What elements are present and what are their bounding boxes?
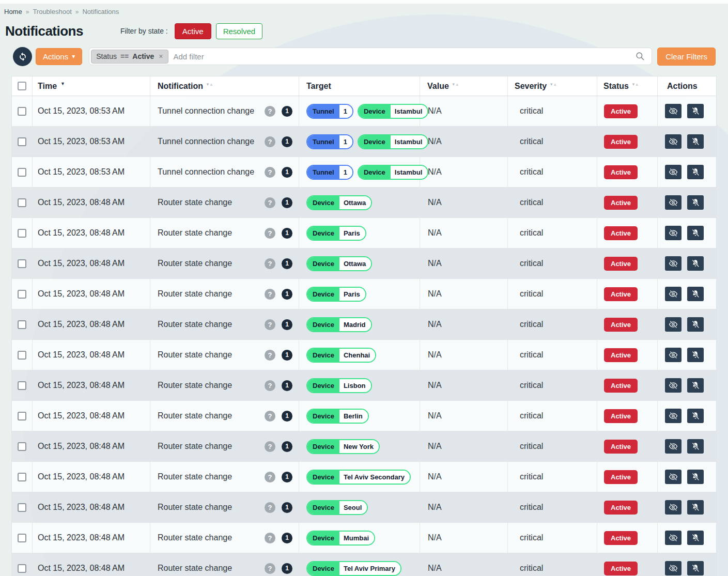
question-icon[interactable]: ? <box>265 289 275 300</box>
clear-filters-button[interactable]: Clear Filters <box>657 48 716 66</box>
breadcrumb-home[interactable]: Home <box>4 8 22 15</box>
notification-label: Router state change <box>158 472 232 481</box>
hide-notification-button[interactable] <box>665 256 681 271</box>
row-checkbox[interactable] <box>18 564 26 573</box>
filter-input[interactable]: Status == Active × Add filter <box>89 48 652 65</box>
mute-notification-button[interactable] <box>687 409 704 423</box>
question-icon[interactable]: ? <box>265 350 275 361</box>
question-icon[interactable]: ? <box>265 563 275 574</box>
row-checkbox[interactable] <box>18 229 26 238</box>
target-name-label: Ottawa <box>339 196 371 209</box>
status-badge: Active <box>604 165 638 179</box>
row-checkbox[interactable] <box>18 259 26 268</box>
row-checkbox[interactable] <box>18 503 26 512</box>
time-cell: Oct 15, 2023, 08:48 AM <box>33 248 150 278</box>
hide-notification-button[interactable] <box>665 287 681 301</box>
mute-notification-button[interactable] <box>687 378 704 393</box>
hide-notification-button[interactable] <box>665 226 681 240</box>
mute-notification-button[interactable] <box>687 195 704 210</box>
hide-notification-button[interactable] <box>665 531 681 545</box>
filter-chip-status-active[interactable]: Status == Active × <box>91 50 168 64</box>
hide-notification-button[interactable] <box>665 500 681 515</box>
actions-dropdown-button[interactable]: Actions ▾ <box>36 48 82 65</box>
notification-icons: ? 1 <box>265 136 292 147</box>
column-header-severity[interactable]: Severity▼▲ <box>508 76 597 96</box>
target-type-label: Device <box>307 257 339 270</box>
hide-notification-button[interactable] <box>665 104 681 118</box>
filter-chip-field: Status <box>96 52 117 60</box>
row-checkbox[interactable] <box>18 442 26 451</box>
hide-notification-button[interactable] <box>665 317 681 332</box>
hide-notification-button[interactable] <box>665 195 681 210</box>
select-all-checkbox[interactable] <box>18 82 26 90</box>
column-header-time[interactable]: Time▼ <box>33 76 150 96</box>
question-icon[interactable]: ? <box>265 502 275 513</box>
mute-notification-button[interactable] <box>687 134 704 149</box>
hide-notification-button[interactable] <box>665 409 681 423</box>
hide-notification-button[interactable] <box>665 378 681 393</box>
mute-notification-button[interactable] <box>687 531 704 545</box>
mute-notification-button[interactable] <box>687 256 704 271</box>
row-checkbox[interactable] <box>18 107 26 116</box>
mute-notification-button[interactable] <box>687 104 704 118</box>
hide-notification-button[interactable] <box>665 165 681 179</box>
row-checkbox[interactable] <box>18 473 26 481</box>
bell-off-icon <box>691 472 700 481</box>
hide-notification-button[interactable] <box>665 470 681 484</box>
question-icon[interactable]: ? <box>265 380 275 391</box>
question-icon[interactable]: ? <box>265 472 275 482</box>
filter-chip-close-icon[interactable]: × <box>159 52 163 60</box>
question-icon[interactable]: ? <box>265 228 275 239</box>
column-header-value[interactable]: Value▼▲ <box>420 76 508 96</box>
mute-notification-button[interactable] <box>687 439 704 454</box>
row-checkbox[interactable] <box>18 198 26 207</box>
notification-cell: Router state change ? 1 <box>150 431 299 461</box>
status-badge: Active <box>604 318 638 332</box>
column-header-status[interactable]: Status▼▲ <box>597 76 658 96</box>
time-cell: Oct 15, 2023, 08:48 AM <box>33 462 150 492</box>
row-checkbox[interactable] <box>18 381 26 390</box>
refresh-button[interactable] <box>13 47 32 66</box>
row-checkbox[interactable] <box>18 168 26 177</box>
question-icon[interactable]: ? <box>265 411 275 422</box>
question-icon[interactable]: ? <box>265 441 275 452</box>
state-resolved-button[interactable]: Resolved <box>216 23 263 39</box>
breadcrumb-troubleshoot[interactable]: Troubleshoot <box>33 8 71 15</box>
question-icon[interactable]: ? <box>265 258 275 269</box>
search-icon[interactable] <box>635 51 645 61</box>
mute-notification-button[interactable] <box>687 317 704 332</box>
add-filter-placeholder[interactable]: Add filter <box>174 52 636 61</box>
mute-notification-button[interactable] <box>687 287 704 301</box>
mute-notification-button[interactable] <box>687 561 704 575</box>
hide-notification-button[interactable] <box>665 134 681 149</box>
state-active-button[interactable]: Active <box>175 23 211 39</box>
occurrence-count-badge: 1 <box>282 472 292 482</box>
occurrence-count-badge: 1 <box>282 411 292 422</box>
row-checkbox[interactable] <box>18 290 26 299</box>
hide-notification-button[interactable] <box>665 561 681 575</box>
question-icon[interactable]: ? <box>265 136 275 147</box>
row-checkbox[interactable] <box>18 320 26 329</box>
value-text: N/A <box>428 259 442 268</box>
question-icon[interactable]: ? <box>265 197 275 208</box>
column-header-notification[interactable]: Notification▼▲ <box>150 76 299 96</box>
hide-notification-button[interactable] <box>665 348 681 362</box>
row-checkbox[interactable] <box>18 351 26 360</box>
column-header-target: Target <box>299 76 420 96</box>
mute-notification-button[interactable] <box>687 226 704 240</box>
row-checkbox[interactable] <box>18 534 26 542</box>
row-checkbox[interactable] <box>18 412 26 421</box>
hide-notification-button[interactable] <box>665 439 681 454</box>
mute-notification-button[interactable] <box>687 165 704 179</box>
row-checkbox[interactable] <box>18 137 26 146</box>
question-icon[interactable]: ? <box>265 533 275 543</box>
actions-cell <box>658 218 717 248</box>
mute-notification-button[interactable] <box>687 470 704 484</box>
mute-notification-button[interactable] <box>687 500 704 515</box>
mute-notification-button[interactable] <box>687 348 704 362</box>
question-icon[interactable]: ? <box>265 167 275 178</box>
question-icon[interactable]: ? <box>265 106 275 117</box>
time-value: Oct 15, 2023, 08:48 AM <box>38 289 125 299</box>
bell-off-icon <box>691 137 700 146</box>
question-icon[interactable]: ? <box>265 319 275 330</box>
